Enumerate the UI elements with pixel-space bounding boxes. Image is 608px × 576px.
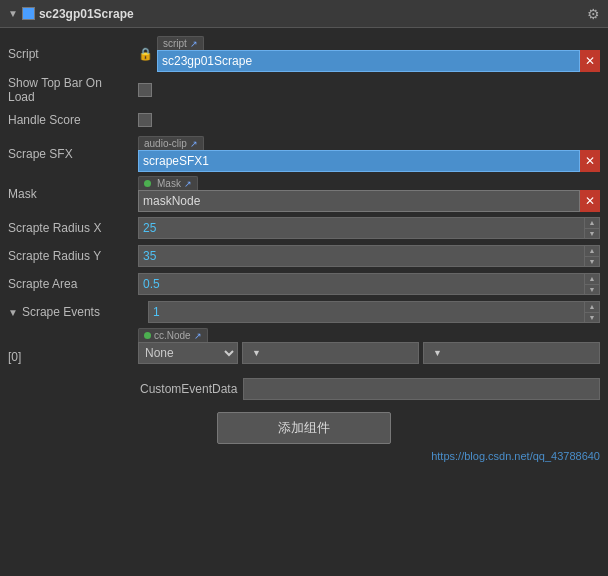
dropdown-1-arrow-icon: ▼	[252, 348, 261, 358]
enable-checkbox[interactable]	[22, 7, 35, 20]
index-0-content: cc.Node ↗ None ▼ ▼	[138, 328, 600, 364]
mask-row: Mask Mask ↗ ✕	[0, 174, 608, 214]
scrape-area-label: Scrapte Area	[8, 277, 138, 291]
scrape-radius-x-up[interactable]: ▲	[585, 218, 599, 228]
lock-icon: 🔒	[138, 47, 153, 61]
node-row: None ▼ ▼	[138, 342, 600, 364]
script-label: Script	[8, 47, 138, 61]
scrape-sfx-input[interactable]	[138, 150, 580, 172]
handle-score-row: Handle Score	[0, 106, 608, 134]
add-component-button[interactable]: 添加组件	[217, 412, 391, 444]
index-0-label: [0]	[8, 328, 138, 364]
scrape-sfx-clear-button[interactable]: ✕	[580, 150, 600, 172]
script-row: Script 🔒 script ↗ ✕	[0, 34, 608, 74]
script-tag-label: script	[163, 38, 187, 49]
script-lock-row: 🔒 script ↗ ✕	[138, 36, 600, 72]
show-top-bar-row: Show Top Bar On Load	[0, 74, 608, 106]
custom-event-input[interactable]	[243, 378, 600, 400]
node-dropdown-2[interactable]: ▼	[423, 342, 600, 364]
mask-dot-icon	[144, 180, 151, 187]
footer: https://blog.csdn.net/qq_43788640	[0, 448, 608, 464]
scrape-sfx-ext-link-icon[interactable]: ↗	[190, 139, 198, 149]
mask-field-group: Mask ↗ ✕	[138, 176, 600, 212]
handle-score-label: Handle Score	[8, 113, 138, 127]
scrape-radius-y-row: Scrapte Radius Y ▲ ▼	[0, 242, 608, 270]
scrape-events-wrap: ▲ ▼	[148, 301, 600, 323]
scrape-area-content: ▲ ▼	[138, 273, 600, 295]
scrape-radius-x-row: Scrapte Radius X ▲ ▼	[0, 214, 608, 242]
mask-ext-link-icon[interactable]: ↗	[184, 179, 192, 189]
scrape-area-row: Scrapte Area ▲ ▼	[0, 270, 608, 298]
handle-score-content	[138, 113, 600, 127]
script-clear-button[interactable]: ✕	[580, 50, 600, 72]
scrape-radius-y-wrap: ▲ ▼	[138, 245, 600, 267]
script-field-group: script ↗ ✕	[157, 36, 600, 72]
cc-node-dot-icon	[144, 332, 151, 339]
title-bar: ▼ sc23gp01Scrape ⚙	[0, 0, 608, 28]
script-content: 🔒 script ↗ ✕	[138, 36, 600, 72]
footer-text: https://blog.csdn.net/qq_43788640	[431, 450, 600, 462]
script-tag: script ↗	[157, 36, 204, 50]
scrape-area-down[interactable]: ▼	[585, 285, 599, 295]
scrape-radius-x-wrap: ▲ ▼	[138, 217, 600, 239]
scrape-events-spinner: ▲ ▼	[584, 301, 600, 323]
mask-content: Mask ↗ ✕	[138, 176, 600, 212]
scrape-area-input[interactable]	[138, 273, 584, 295]
scrape-radius-y-down[interactable]: ▼	[585, 257, 599, 267]
mask-tag: Mask ↗	[138, 176, 198, 190]
scrape-area-up[interactable]: ▲	[585, 274, 599, 284]
scrape-events-input[interactable]	[148, 301, 584, 323]
scrape-radius-y-content: ▲ ▼	[138, 245, 600, 267]
mask-tag-label: Mask	[157, 178, 181, 189]
scrape-sfx-tag-label: audio-clip	[144, 138, 187, 149]
scrape-events-label: Scrape Events	[22, 305, 148, 319]
scrape-sfx-field-group: audio-clip ↗ ✕	[138, 136, 600, 172]
cc-node-tag-label: cc.Node	[154, 330, 191, 341]
script-input-row: ✕	[157, 50, 600, 72]
index-0-row: [0] cc.Node ↗ None ▼ ▼	[0, 326, 608, 376]
dropdown-2-arrow-icon: ▼	[433, 348, 442, 358]
collapse-arrow-icon[interactable]: ▼	[8, 8, 18, 19]
custom-event-label: CustomEventData	[140, 382, 237, 396]
mask-label: Mask	[8, 187, 138, 201]
scrape-events-down[interactable]: ▼	[585, 313, 599, 323]
scrape-radius-y-up[interactable]: ▲	[585, 246, 599, 256]
custom-event-row: CustomEventData	[0, 376, 608, 402]
scrape-radius-y-spinner: ▲ ▼	[584, 245, 600, 267]
scrape-events-up[interactable]: ▲	[585, 302, 599, 312]
scrape-radius-y-input[interactable]	[138, 245, 584, 267]
scrape-area-spinner: ▲ ▼	[584, 273, 600, 295]
mask-input[interactable]	[138, 190, 580, 212]
script-input[interactable]	[157, 50, 580, 72]
show-top-bar-label: Show Top Bar On Load	[8, 76, 138, 104]
mask-input-row: ✕	[138, 190, 600, 212]
node-dropdown-1[interactable]: ▼	[242, 342, 419, 364]
scrape-sfx-tag: audio-clip ↗	[138, 136, 204, 150]
scrape-events-arrow-icon[interactable]: ▼	[8, 307, 18, 318]
scrape-radius-x-input[interactable]	[138, 217, 584, 239]
cc-node-tag: cc.Node ↗	[138, 328, 208, 342]
scrape-sfx-input-row: ✕	[138, 150, 600, 172]
scrape-radius-x-down[interactable]: ▼	[585, 229, 599, 239]
scrape-sfx-content: audio-clip ↗ ✕	[138, 136, 600, 172]
scrape-radius-x-content: ▲ ▼	[138, 217, 600, 239]
scrape-radius-y-label: Scrapte Radius Y	[8, 249, 138, 263]
content-area: Script 🔒 script ↗ ✕ Show Top Bar On Load	[0, 28, 608, 470]
scrape-area-wrap: ▲ ▼	[138, 273, 600, 295]
add-btn-row: 添加组件	[0, 402, 608, 448]
scrape-events-row: ▼ Scrape Events ▲ ▼	[0, 298, 608, 326]
scrape-sfx-label: Scrape SFX	[8, 147, 138, 161]
cc-node-ext-link-icon[interactable]: ↗	[194, 331, 202, 341]
handle-score-checkbox[interactable]	[138, 113, 152, 127]
gear-icon[interactable]: ⚙	[587, 6, 600, 22]
show-top-bar-content	[138, 83, 600, 97]
scrape-radius-x-spinner: ▲ ▼	[584, 217, 600, 239]
script-ext-link-icon[interactable]: ↗	[190, 39, 198, 49]
show-top-bar-checkbox[interactable]	[138, 83, 152, 97]
node-select[interactable]: None	[138, 342, 238, 364]
component-title: sc23gp01Scrape	[39, 7, 134, 21]
scrape-radius-x-label: Scrapte Radius X	[8, 221, 138, 235]
scrape-sfx-row: Scrape SFX audio-clip ↗ ✕	[0, 134, 608, 174]
scrape-events-content: ▲ ▼	[148, 301, 600, 323]
mask-clear-button[interactable]: ✕	[580, 190, 600, 212]
